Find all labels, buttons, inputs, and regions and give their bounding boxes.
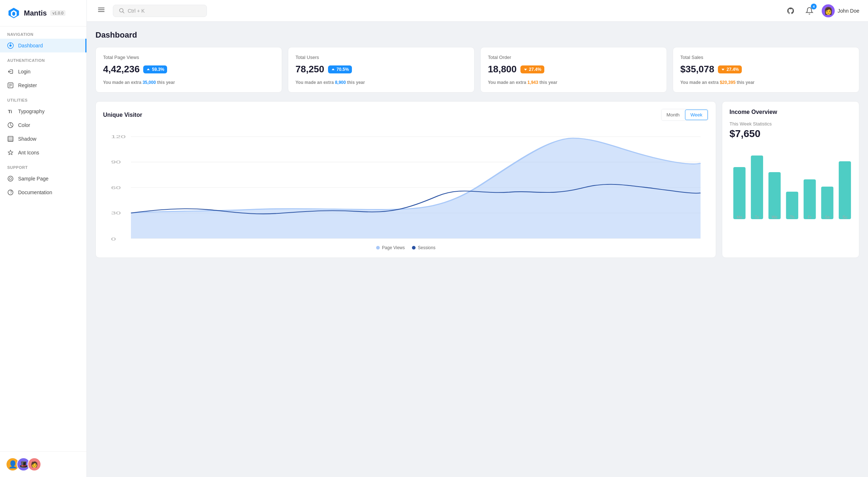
page-title: Dashboard	[95, 30, 859, 40]
income-title: Income Overview	[729, 109, 852, 115]
documentation-icon: ?	[7, 189, 14, 196]
notification-badge: 4	[811, 4, 817, 9]
stat-value-2: 18,800	[488, 64, 517, 75]
login-label: Login	[18, 69, 30, 74]
week-stats-label: This Week Statistics	[729, 121, 852, 127]
sidebar-item-color[interactable]: Color	[0, 118, 86, 132]
login-icon	[7, 68, 14, 75]
stat-extra-2: You made an extra 1,943 this year	[488, 80, 659, 85]
svg-text:Mo: Mo	[737, 215, 742, 219]
svg-text:90: 90	[111, 160, 121, 165]
dashboard-label: Dashboard	[18, 43, 43, 48]
svg-text:Th: Th	[790, 215, 795, 219]
search-bar[interactable]: Ctrl + K	[113, 5, 207, 17]
section-label-utilities: Utilities	[0, 92, 86, 105]
svg-text:Fr: Fr	[808, 215, 812, 219]
color-label: Color	[18, 122, 30, 128]
sidebar-bottom: 👤 🎩 🧑	[0, 451, 86, 477]
notification-button[interactable]: 4	[803, 4, 816, 17]
sidebar-utilities-section: Utilities Ti Typography Color	[0, 92, 86, 159]
github-button[interactable]	[784, 4, 797, 17]
typography-icon: Ti	[7, 108, 14, 115]
svg-text:We: We	[772, 215, 778, 219]
sidebar-item-login[interactable]: Login	[0, 65, 86, 78]
user-avatar: 👩	[822, 4, 835, 17]
sidebar-item-shadow[interactable]: Shadow	[0, 132, 86, 146]
menu-toggle-button[interactable]	[95, 4, 107, 17]
stat-value-0: 4,42,236	[103, 64, 140, 75]
stat-card-sales: Total Sales $35,078 27.4% You made an ex…	[673, 47, 859, 93]
stat-badge-3: 27.4%	[718, 65, 742, 73]
tab-week[interactable]: Week	[685, 110, 708, 120]
content-area: Dashboard Total Page Views 4,42,236 59.3…	[87, 22, 868, 477]
svg-point-4	[9, 44, 12, 47]
sidebar-item-ant-icons[interactable]: Ant Icons	[0, 146, 86, 159]
stat-label-3: Total Sales	[680, 55, 852, 60]
svg-rect-43	[751, 156, 763, 219]
shadow-label: Shadow	[18, 136, 37, 142]
ant-icons-label: Ant Icons	[18, 150, 39, 156]
sidebar-item-sample-page[interactable]: Sample Page	[0, 172, 86, 186]
app-version: v1.0.0	[50, 10, 65, 16]
sidebar-item-documentation[interactable]: ? Documentation	[0, 186, 86, 199]
header-right: 4 👩 John Doe	[784, 4, 859, 17]
svg-rect-48	[839, 161, 851, 219]
stat-label-0: Total Page Views	[103, 55, 275, 60]
main-area: Ctrl + K 4 👩 John Doe Dashboard	[87, 0, 868, 477]
svg-text:30: 30	[111, 211, 121, 216]
svg-text:Sa: Sa	[825, 215, 830, 219]
income-bar-chart: Mo Tu We Th Fr Sa Su	[729, 147, 852, 219]
svg-rect-44	[769, 172, 781, 219]
stats-grid: Total Page Views 4,42,236 59.3% You made…	[95, 47, 859, 93]
unique-visitor-title: Unique Visitor	[103, 112, 142, 118]
sidebar-item-typography[interactable]: Ti Typography	[0, 105, 86, 118]
dashboard-icon	[7, 42, 14, 49]
svg-text:?: ?	[10, 190, 12, 195]
user-profile[interactable]: 👩 John Doe	[822, 4, 859, 17]
search-icon	[119, 8, 125, 14]
color-icon	[7, 122, 14, 128]
stat-card-users: Total Users 78,250 70.5% You made an ext…	[288, 47, 475, 93]
tab-month[interactable]: Month	[661, 109, 685, 120]
section-label-support: Support	[0, 159, 86, 172]
sample-page-label: Sample Page	[18, 176, 48, 182]
sidebar-auth-section: Authentication Login Register	[0, 52, 86, 92]
legend-page-views: Page Views	[376, 245, 405, 250]
svg-rect-47	[821, 187, 834, 219]
sidebar-logo: Mantis v1.0.0	[0, 0, 86, 26]
register-label: Register	[18, 82, 37, 88]
svg-line-24	[123, 12, 124, 13]
sidebar-item-dashboard[interactable]: Dashboard	[0, 39, 86, 52]
stat-value-3: $35,078	[680, 64, 714, 75]
stat-extra-0: You made an extra 35,000 this year	[103, 80, 275, 85]
svg-text:Su: Su	[843, 215, 847, 219]
chart-legend: Page Views Sessions	[103, 245, 709, 250]
section-label-auth: Authentication	[0, 52, 86, 65]
svg-text:0: 0	[111, 237, 116, 241]
ant-icons-icon	[7, 149, 14, 156]
app-name: Mantis	[24, 9, 47, 17]
stat-extra-3: You made an extra $20,395 this year	[680, 80, 852, 85]
avatar-3: 🧑	[27, 457, 41, 471]
section-label-navigation: Navigation	[0, 26, 86, 39]
charts-row: Unique Visitor Month Week 0 30 60 90 120	[95, 101, 859, 258]
legend-dot-page-views	[376, 246, 380, 250]
user-name: John Doe	[838, 8, 859, 14]
svg-rect-46	[804, 179, 816, 219]
unique-visitor-chart-area: 0 30 60 90 120	[103, 127, 709, 242]
svg-text:Tu: Tu	[755, 215, 759, 219]
income-overview-card: Income Overview This Week Statistics $7,…	[722, 101, 859, 258]
stat-badge-0: 59.3%	[143, 65, 167, 73]
sidebar-item-register[interactable]: Register	[0, 78, 86, 92]
sample-page-icon	[7, 175, 14, 182]
sidebar-support-section: Support Sample Page ? Documentation	[0, 159, 86, 199]
unique-visitor-card: Unique Visitor Month Week 0 30 60 90 120	[95, 101, 716, 258]
svg-point-17	[9, 178, 12, 180]
typography-label: Typography	[18, 108, 44, 114]
stat-label-2: Total Order	[488, 55, 659, 60]
documentation-label: Documentation	[18, 189, 52, 195]
week-stats-value: $7,650	[729, 128, 852, 140]
sidebar-nav-section: Navigation Dashboard	[0, 26, 86, 52]
stat-card-page-views: Total Page Views 4,42,236 59.3% You made…	[95, 47, 282, 93]
register-icon	[7, 82, 14, 89]
